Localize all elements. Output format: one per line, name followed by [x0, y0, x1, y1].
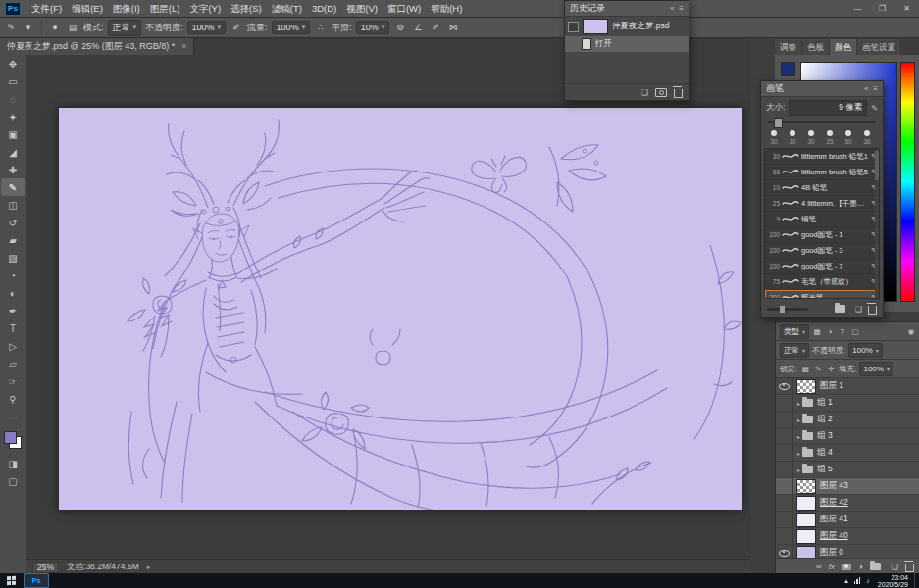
delete-state-icon[interactable] — [674, 89, 683, 98]
panel-menu-icon[interactable]: ≡ — [873, 84, 878, 93]
layer-row[interactable]: ▸ 组 2 — [776, 412, 919, 428]
brush-tip-preset[interactable]: 25 — [821, 128, 839, 145]
brush-preset-row[interactable]: 100 good圆笔 - 3 ✎ — [765, 243, 879, 259]
brush-preset-row[interactable]: 25 4 littlemm.【干墨笔】 ✎ — [765, 196, 879, 212]
network-icon[interactable] — [854, 577, 861, 584]
foreground-color-swatch[interactable] — [4, 431, 17, 444]
visibility-toggle[interactable] — [776, 545, 793, 558]
pen-pressure-icon[interactable]: ✎ — [871, 104, 878, 113]
layer-opacity-field[interactable]: 100%▾ — [848, 343, 882, 358]
pen-tool[interactable]: ✒ — [1, 302, 25, 319]
brush-angle-icon[interactable]: ∠ — [411, 23, 425, 32]
lasso-tool[interactable]: ◌ — [1, 90, 25, 108]
new-adjustment-layer-icon[interactable]: ◑ — [858, 563, 863, 571]
brush-tip-preset[interactable]: 30 — [765, 128, 783, 145]
history-brush-tool[interactable]: ↺ — [1, 214, 25, 231]
pressure-opacity-icon[interactable]: ✐ — [230, 23, 243, 32]
history-panel-title[interactable]: 历史记录 « ≡ — [565, 1, 689, 17]
brush-tool[interactable]: ✎ — [1, 178, 25, 196]
new-brush-icon[interactable]: ❏ — [855, 305, 862, 314]
menu-item[interactable]: 3D(D) — [307, 0, 341, 17]
taskbar-clock[interactable]: 23:04 2020/5/29 — [878, 574, 908, 588]
layer-blend-mode-select[interactable]: 正常▾ — [780, 343, 809, 358]
visibility-toggle[interactable] — [776, 378, 793, 394]
visibility-toggle[interactable] — [776, 528, 793, 544]
blend-mode-select[interactable]: 正常▾ — [108, 20, 142, 36]
panel-tab[interactable]: 色板 — [802, 39, 830, 55]
layer-row[interactable]: ▸ 图层 40 — [776, 528, 919, 545]
hand-tool[interactable]: ☞ — [1, 372, 25, 390]
edit-toolbar-button[interactable]: ⋯ — [1, 408, 25, 425]
toggle-brush-panel-icon[interactable]: ▤ — [66, 23, 79, 32]
visibility-toggle[interactable] — [776, 395, 793, 411]
menu-item[interactable]: 文件(F) — [26, 0, 67, 17]
group-expand-arrow[interactable]: ▸ — [797, 400, 800, 407]
brush-size-slider[interactable] — [768, 121, 876, 123]
new-snapshot-icon[interactable] — [655, 88, 667, 97]
visibility-toggle[interactable] — [776, 495, 793, 511]
visibility-toggle[interactable] — [776, 445, 793, 461]
zoom-tool[interactable]: ⚲ — [1, 390, 25, 408]
filter-type-icon[interactable]: T — [838, 327, 847, 336]
type-tool[interactable]: T — [1, 319, 25, 337]
layer-style-icon[interactable]: fx — [829, 563, 835, 571]
zoom-level-field[interactable]: 25% — [32, 562, 59, 573]
volume-icon[interactable]: ♪ — [866, 577, 870, 584]
panel-tab[interactable]: 调整 — [775, 39, 802, 55]
brush-tip-preset[interactable]: 50 — [840, 128, 857, 145]
lock-paint-icon[interactable]: ✎ — [813, 365, 823, 373]
brush-preset-row[interactable]: 75 毛笔（带底纹） ✎ — [765, 274, 879, 290]
history-snapshot-row[interactable]: 仲夏夜之梦.psd — [565, 17, 689, 36]
dodge-tool[interactable]: ◐ — [1, 284, 25, 302]
taskbar-photoshop-button[interactable]: Ps — [24, 573, 49, 588]
brush-size-field[interactable]: 9 像素 — [789, 100, 867, 116]
stroke-smoothing-slider[interactable] — [767, 308, 808, 311]
brush-preset-row[interactable]: 10 4B 铅笔 ✎ — [765, 180, 879, 196]
marquee-tool[interactable]: ▭ — [1, 73, 25, 90]
brush-preset-row[interactable]: 9 钢笔 ✎ — [765, 212, 879, 227]
foreground-color-swatch[interactable] — [781, 62, 795, 76]
collapse-icon[interactable]: « — [670, 4, 674, 13]
brush-preset-row[interactable]: 200 辉光笔 ✎ — [765, 290, 879, 299]
screen-mode-button[interactable]: ▢ — [1, 472, 25, 490]
hue-slider[interactable] — [900, 62, 915, 302]
add-layer-mask-icon[interactable] — [842, 564, 851, 570]
layer-row[interactable]: ▸ 图层 43 — [776, 478, 919, 495]
menu-item[interactable]: 窗口(W) — [383, 0, 426, 17]
menu-item[interactable]: 选择(S) — [226, 0, 267, 17]
new-layer-icon[interactable]: ❏ — [892, 563, 898, 571]
path-selection-tool[interactable]: ▷ — [1, 337, 25, 355]
brush-tip-preset[interactable]: 36 — [858, 128, 876, 145]
layer-row[interactable]: ▸ 图层 0 — [776, 545, 919, 558]
history-state-row[interactable]: 打开 — [565, 36, 689, 52]
minimize-button[interactable]: — — [845, 0, 870, 17]
layer-fill-field[interactable]: 100%▾ — [859, 362, 893, 376]
slider-thumb[interactable] — [774, 118, 783, 128]
brush-preset-row[interactable]: 66 littlemm brush 铅笔5 ✎ — [765, 165, 879, 180]
layer-row[interactable]: ▸ 图层 42 — [776, 495, 919, 512]
symmetry-icon[interactable]: ⋈ — [446, 23, 460, 32]
hidden-icons-button[interactable]: ▴ — [844, 577, 848, 585]
color-swatches[interactable] — [4, 431, 22, 449]
layer-row[interactable]: ▸ 组 5 — [776, 462, 919, 478]
brush-preset-row[interactable]: 100 good圆笔 - 1 ✎ — [765, 227, 879, 243]
brush-preset-row[interactable]: 100 good圆笔 - 7 ✎ — [765, 259, 879, 274]
quick-selection-tool[interactable]: ✦ — [1, 108, 25, 125]
start-button[interactable] — [0, 573, 22, 588]
quick-mask-button[interactable]: ◨ — [1, 455, 25, 472]
shape-tool[interactable]: ▱ — [1, 355, 25, 372]
gradient-tool[interactable]: ▨ — [1, 249, 25, 267]
group-expand-arrow[interactable]: ▸ — [797, 433, 800, 440]
canvas-artwork[interactable] — [59, 108, 742, 510]
new-document-from-state-icon[interactable]: ❏ — [641, 88, 648, 97]
restore-button[interactable]: ❐ — [870, 0, 894, 17]
menu-item[interactable]: 图像(I) — [108, 0, 145, 17]
collapse-icon[interactable]: « — [864, 84, 868, 93]
opacity-select[interactable]: 100%▾ — [187, 21, 227, 34]
pressure-size-icon[interactable]: ✐ — [429, 23, 442, 32]
delete-layer-icon[interactable] — [905, 564, 914, 572]
airbrush-icon[interactable]: ∴ — [314, 23, 328, 32]
visibility-toggle[interactable] — [776, 412, 793, 427]
smoothing-select[interactable]: 10%▾ — [356, 21, 390, 34]
chevron-down-icon[interactable]: ▾ — [22, 23, 35, 32]
